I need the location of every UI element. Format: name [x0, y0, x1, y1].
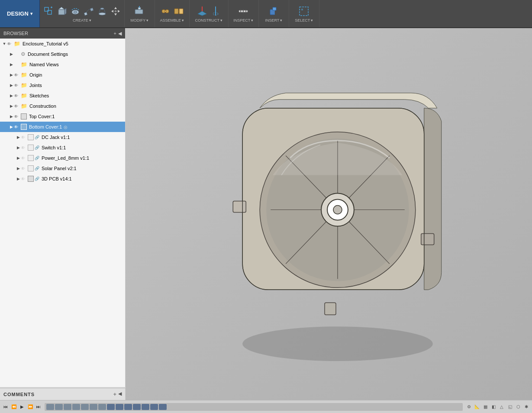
bottom-cover-arrow: ▶ — [9, 124, 14, 129]
select-label[interactable]: SELECT▾ — [295, 18, 313, 23]
loft-icon[interactable] — [96, 5, 108, 17]
origin-eye[interactable]: 👁 — [14, 73, 20, 77]
switch-eye[interactable]: 👁 — [21, 145, 27, 150]
pcb-link-icon: 🔗 — [35, 177, 39, 181]
press-pull-icon[interactable] — [133, 5, 145, 17]
insert-label[interactable]: INSERT▾ — [265, 18, 282, 23]
timeline-marker-1[interactable] — [46, 404, 54, 410]
modify-label[interactable]: MODIFY▾ — [130, 18, 148, 23]
browser-item-document-settings[interactable]: ▶ ⚙ Document Settings — [0, 49, 125, 59]
modify-group[interactable]: MODIFY▾ — [125, 0, 155, 27]
as-built-joint-icon[interactable] — [173, 5, 185, 17]
named-views-arrow: ▶ — [9, 62, 14, 67]
pcb-eye[interactable]: 👁 — [21, 177, 27, 181]
browser-item-3d-pcb[interactable]: ▶ 👁 🔗 3D PCB v14:1 — [0, 174, 125, 184]
timeline-step-fwd[interactable]: ⏩ — [26, 403, 34, 411]
comments-collapse-icon[interactable]: ◀ — [118, 391, 122, 397]
timeline-marker-5[interactable] — [81, 404, 89, 410]
timeline-marker-4[interactable] — [72, 404, 80, 410]
timeline-step-back-start[interactable]: ⏮ — [2, 403, 10, 411]
inspect-label[interactable]: INSPECT▾ — [233, 18, 253, 23]
viewport[interactable] — [126, 28, 532, 400]
timeline-icon-4[interactable]: ◧ — [490, 403, 497, 411]
construction-eye[interactable]: 👁 — [14, 104, 20, 109]
browser-item-construction[interactable]: ▶ 👁 📁 Construction — [0, 101, 125, 111]
timeline-marker-8[interactable] — [107, 404, 115, 410]
new-component-icon[interactable] — [42, 5, 55, 17]
browser-item-origin[interactable]: ▶ 👁 📁 Origin — [0, 70, 125, 80]
timeline-marker-14[interactable] — [159, 404, 167, 410]
browser-item-sketches[interactable]: ▶ 👁 📁 Sketches — [0, 90, 125, 101]
revolve-icon[interactable] — [69, 5, 81, 17]
construct-group[interactable]: CONSTRUCT▾ — [190, 0, 229, 27]
select-group[interactable]: SELECT▾ — [289, 0, 319, 27]
dc-jack-arrow: ▶ — [16, 135, 21, 140]
timeline-marker-12[interactable] — [142, 404, 149, 410]
top-cover-eye[interactable]: 👁 — [14, 114, 20, 119]
timeline-marker-2[interactable] — [55, 404, 63, 410]
browser-item-switch[interactable]: ▶ 👁 🔗 Switch v1:1 — [0, 142, 125, 153]
timeline-icon-7[interactable]: ⬡ — [514, 403, 522, 411]
timeline-marker-3[interactable] — [64, 404, 71, 410]
browser-item-joints[interactable]: ▶ 👁 📁 Joints — [0, 80, 125, 90]
sweep-icon[interactable] — [83, 5, 95, 17]
measure-icon[interactable] — [237, 5, 249, 17]
timeline-marker-9[interactable] — [116, 404, 123, 410]
timeline-play[interactable]: ▶ — [18, 403, 26, 411]
top-cover-component-icon — [21, 113, 27, 119]
select-icon[interactable] — [298, 5, 310, 17]
timeline-icon-3[interactable]: ▦ — [481, 403, 489, 411]
timeline-icon-6[interactable]: ◱ — [506, 403, 514, 411]
timeline-marker-10[interactable] — [124, 404, 132, 410]
timeline-marker-7[interactable] — [98, 404, 106, 410]
timeline-icon-1[interactable]: ⚙ — [465, 403, 473, 411]
named-views-label: Named Views — [29, 62, 59, 67]
comments-add-icon[interactable]: + — [113, 391, 116, 397]
sketches-eye[interactable]: 👁 — [14, 94, 20, 98]
inspect-group[interactable]: INSPECT▾ — [229, 0, 259, 27]
create-label[interactable]: CREATE▾ — [73, 18, 91, 23]
dc-jack-eye[interactable]: 👁 — [21, 135, 27, 140]
browser-item-solar-panel[interactable]: ▶ 👁 🔗 Solar Panel v2:1 — [0, 163, 125, 174]
assemble-label[interactable]: ASSEMBLE▾ — [160, 18, 184, 23]
timeline-icon-5[interactable]: △ — [498, 403, 506, 411]
timeline-marker-11[interactable] — [133, 404, 141, 410]
create-group[interactable]: CREATE▾ — [40, 0, 125, 27]
solar-panel-eye[interactable]: 👁 — [21, 166, 27, 171]
browser-root-item[interactable]: ▼ 👁 📁 Enclosure_Tutorial v5 — [0, 39, 125, 49]
extrude-icon[interactable] — [56, 5, 68, 17]
browser-content: ▼ 👁 📁 Enclosure_Tutorial v5 ▶ ⚙ Document… — [0, 39, 125, 387]
joint-icon[interactable] — [159, 5, 171, 17]
timeline-marker-13[interactable] — [150, 404, 158, 410]
bottom-cover-eye[interactable]: 👁 — [14, 125, 20, 129]
joints-eye[interactable]: 👁 — [14, 83, 20, 88]
insert-derive-icon[interactable] — [268, 5, 280, 17]
timeline-step-fwd-end[interactable]: ⏭ — [35, 403, 42, 411]
insert-group[interactable]: INSERT▾ — [259, 0, 289, 27]
svg-point-11 — [99, 13, 106, 15]
power-led-eye[interactable]: 👁 — [21, 156, 27, 161]
browser-item-named-views[interactable]: ▶ 📁 Named Views — [0, 59, 125, 70]
browser-item-power-led[interactable]: ▶ 👁 🔗 Power_Led_8mm v1:1 — [0, 153, 125, 163]
plane-icon[interactable] — [196, 5, 208, 17]
svg-marker-17 — [111, 10, 113, 13]
timeline-icon-8[interactable]: ✱ — [522, 403, 530, 411]
browser-add-icon[interactable]: + — [114, 31, 116, 36]
move-icon[interactable] — [110, 5, 122, 17]
timeline-step-back[interactable]: ⏪ — [10, 403, 18, 411]
assemble-group[interactable]: ASSEMBLE▾ — [155, 0, 190, 27]
browser-item-dc-jack[interactable]: ▶ 👁 🔗 DC Jack v1:1 — [0, 132, 125, 142]
axis-icon[interactable] — [210, 5, 222, 17]
svg-point-44 — [242, 326, 432, 361]
timeline-icon-2[interactable]: 📐 — [473, 403, 481, 411]
design-tab[interactable]: DESIGN ▾ — [0, 0, 40, 27]
browser-item-bottom-cover[interactable]: ▶ 👁 Bottom Cover:1 ◎ — [0, 122, 125, 132]
svg-rect-4 — [58, 10, 64, 15]
timeline-marker-6[interactable] — [90, 404, 97, 410]
svg-point-12 — [100, 8, 104, 10]
root-eye[interactable]: 👁 — [7, 42, 13, 46]
browser-item-top-cover[interactable]: ▶ 👁 Top Cover:1 — [0, 111, 125, 122]
construct-label[interactable]: CONSTRUCT▾ — [195, 18, 223, 23]
browser-collapse-icon[interactable]: ◀ — [118, 31, 122, 36]
timeline-track[interactable] — [45, 403, 463, 411]
